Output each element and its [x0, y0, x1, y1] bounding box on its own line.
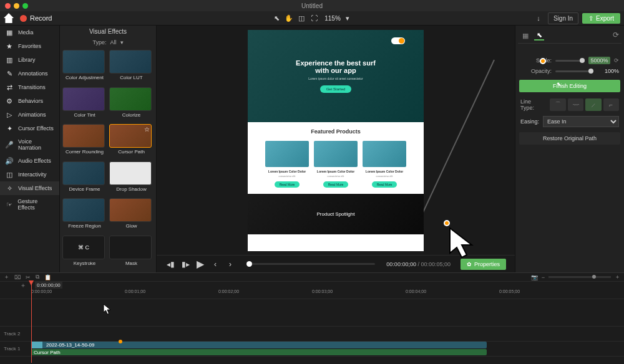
- window-controls: [5, 3, 28, 9]
- copy-icon[interactable]: ⧉: [36, 274, 39, 280]
- magnet-icon[interactable]: ⌧: [14, 274, 21, 280]
- download-icon[interactable]: ↓: [533, 12, 544, 24]
- effect-device-frame[interactable]: Device Frame: [62, 161, 107, 196]
- linetype-straight[interactable]: ⌒: [550, 98, 565, 111]
- effect-glow[interactable]: Glow: [109, 198, 154, 233]
- sidebar-icon: ⚙: [5, 97, 14, 105]
- export-button[interactable]: ⇪ Export: [582, 13, 620, 24]
- mock-card: Lorem Ipsum Color Dolorconsectetur elitR…: [363, 141, 406, 188]
- close-window[interactable]: [5, 3, 11, 9]
- timeline-zoom-slider[interactable]: [548, 276, 611, 278]
- export-label: Export: [596, 15, 614, 22]
- zoom-in-icon[interactable]: ＋: [615, 273, 620, 281]
- timeline-controls: ＋ ⌧ ✂ ⧉ 📋 📷 − ＋: [0, 273, 624, 282]
- sidebar-icon: ☞: [5, 201, 13, 208]
- cursor-path-clip[interactable]: Cursor Path: [31, 349, 487, 355]
- sidebar-item-gesture-effects[interactable]: ☞Gesture Effects: [0, 195, 59, 214]
- select-tool-icon[interactable]: ⬉: [271, 12, 282, 24]
- cursor-path-line[interactable]: [420, 60, 495, 219]
- hero-title-1: Experience the best surf: [296, 59, 376, 67]
- easing-select[interactable]: Ease In: [543, 116, 619, 127]
- add-track-icon[interactable]: ＋: [4, 273, 9, 281]
- effect-keystroke[interactable]: ⌘ CKeystroke: [62, 236, 107, 271]
- video-clip[interactable]: 2022-05-13_14-50-09: [31, 342, 487, 348]
- zoom-level[interactable]: 115%: [324, 15, 341, 22]
- effect-mask[interactable]: Mask: [109, 236, 154, 271]
- linetype-smooth[interactable]: 〰: [568, 98, 583, 111]
- track-add-icon[interactable]: ＋: [20, 281, 26, 290]
- scrubber-handle[interactable]: [246, 261, 252, 267]
- panel-tab-cursor-icon[interactable]: ⬉: [534, 31, 544, 41]
- effect-colorize[interactable]: Colorize: [109, 87, 154, 122]
- effect-thumbnail: [109, 50, 152, 74]
- sidebar-item-cursor-effects[interactable]: ✦Cursor Effects: [0, 122, 59, 135]
- prev-frame-button[interactable]: ◂▮: [165, 259, 175, 269]
- refresh-icon[interactable]: ⟳: [613, 31, 619, 41]
- effects-type-filter[interactable]: Type: All ▾: [60, 37, 156, 47]
- sidebar-item-animations[interactable]: ▷Animations: [0, 108, 59, 122]
- effect-freeze-region[interactable]: Freeze Region: [62, 198, 107, 233]
- sidebar-item-transitions[interactable]: ⇄Transitions: [0, 80, 59, 94]
- playhead[interactable]: [31, 282, 32, 363]
- effect-corner-rounding[interactable]: Corner Rounding: [62, 124, 107, 159]
- sidebar-label: Annotations: [18, 70, 48, 77]
- panel-tab-layout-icon[interactable]: ▦: [520, 31, 530, 41]
- scale-value[interactable]: 5000%: [588, 57, 610, 64]
- track-row[interactable]: Track 1 2022-05-13_14-50-09 Cursor Path: [0, 342, 624, 357]
- canvas-viewport[interactable]: Experience the best surf with our app Lo…: [157, 26, 515, 255]
- play-button[interactable]: ▶: [195, 259, 205, 269]
- main-toolbar: Record ⬉ ✋ ◫ ⛶ 115% ▾ ↓ Sign In ⇪ Export: [0, 11, 624, 26]
- sidebar-item-voice-narration[interactable]: 🎤Voice Narration: [0, 135, 59, 154]
- scale-slider[interactable]: [555, 60, 585, 62]
- clip-marker[interactable]: [119, 340, 122, 343]
- maximize-window[interactable]: [22, 3, 28, 9]
- reset-scale-icon[interactable]: ⟳: [614, 57, 619, 64]
- linetype-bezier[interactable]: ⟋: [585, 98, 601, 111]
- sidebar-item-library[interactable]: ▥Library: [0, 53, 59, 67]
- sidebar-item-interactivity[interactable]: ◫Interactivity: [0, 168, 59, 181]
- path-node-end[interactable]: [444, 220, 450, 226]
- effect-color-tint[interactable]: Color Tint: [62, 87, 107, 122]
- track-row[interactable]: Track 2: [0, 327, 624, 342]
- cut-icon[interactable]: ✂: [26, 274, 31, 280]
- sidebar-item-visual-effects[interactable]: ✧Visual Effects: [0, 181, 59, 195]
- finish-editing-button[interactable]: ⬉ Finish Editing: [519, 80, 620, 92]
- zoom-dropdown-icon[interactable]: ▾: [342, 12, 353, 24]
- opacity-slider[interactable]: [555, 70, 593, 72]
- time-ruler[interactable]: 0:00:00;000:00:01;000:00:02;000:00:03;00…: [0, 289, 624, 299]
- restore-path-button[interactable]: Restore Original Path: [519, 132, 620, 145]
- effect-drop-shadow[interactable]: Drop Shadow: [109, 161, 154, 196]
- crop-tool-icon[interactable]: ◫: [296, 12, 307, 24]
- tracks-area: Track 2 Track 1 2022-05-13_14-50-09 Curs…: [0, 299, 624, 364]
- properties-button[interactable]: ✿ Properties: [461, 259, 506, 270]
- effect-thumbnail: [62, 50, 105, 74]
- camera-icon[interactable]: 📷: [531, 274, 538, 280]
- pan-tool-icon[interactable]: ⛶: [308, 12, 319, 24]
- minimize-window[interactable]: [14, 3, 19, 9]
- prev-marker-button[interactable]: ‹: [210, 259, 220, 269]
- signin-button[interactable]: Sign In: [548, 12, 578, 24]
- zoom-out-icon[interactable]: −: [542, 274, 545, 280]
- effect-cursor-path[interactable]: ☆Cursor Path: [109, 124, 154, 159]
- sidebar-label: Cursor Effects: [18, 125, 54, 132]
- next-marker-button[interactable]: ›: [225, 259, 235, 269]
- sidebar-item-behaviors[interactable]: ⚙Behaviors: [0, 94, 59, 108]
- sidebar-item-media[interactable]: ▦Media: [0, 26, 59, 39]
- path-node-start[interactable]: [540, 58, 546, 64]
- sidebar-item-audio-effects[interactable]: 🔊Audio Effects: [0, 154, 59, 168]
- record-button[interactable]: Record: [20, 14, 52, 22]
- effect-color-adjustment[interactable]: Color Adjustment: [62, 50, 107, 85]
- scrubber[interactable]: [246, 263, 375, 265]
- sidebar-icon: ◫: [5, 171, 14, 178]
- hand-tool-icon[interactable]: ✋: [283, 12, 295, 24]
- effect-color-lut[interactable]: Color LUT: [109, 50, 154, 85]
- featured-heading: Featured Products: [254, 128, 417, 135]
- step-back-button[interactable]: ▮▸: [180, 259, 190, 269]
- paste-icon[interactable]: 📋: [44, 274, 51, 280]
- linetype-step[interactable]: ⌐: [603, 98, 619, 111]
- sidebar-item-annotations[interactable]: ✎Annotations: [0, 67, 59, 80]
- ruler-tick: 0:00:02;00: [218, 289, 239, 294]
- home-icon[interactable]: [4, 13, 14, 23]
- sidebar-item-favorites[interactable]: ★Favorites: [0, 39, 59, 53]
- sidebar-label: Library: [18, 57, 36, 63]
